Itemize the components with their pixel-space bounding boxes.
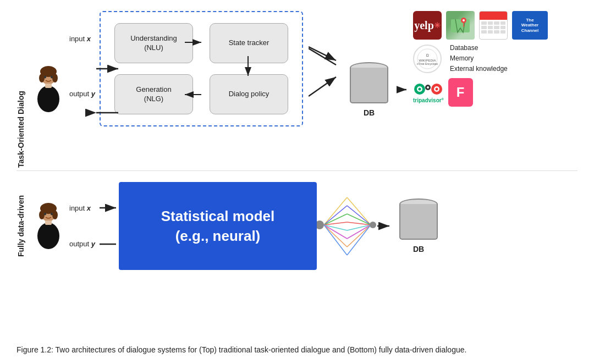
- tripadvisor-logo: [413, 81, 443, 97]
- top-side-label: Task-Oriented Dialog: [16, 11, 25, 168]
- bottom-input-label: input x: [69, 204, 95, 212]
- svg-point-22: [463, 19, 465, 21]
- svg-line-17: [309, 48, 336, 65]
- svg-point-2: [39, 74, 45, 82]
- icons-bottom-row: tripadvisor° F: [413, 78, 548, 107]
- bottom-db: DB: [399, 198, 438, 253]
- svg-point-47: [317, 220, 324, 229]
- bottom-output-label: output y: [69, 240, 95, 248]
- avatar-bottom-icon: [31, 203, 67, 250]
- bottom-side-label: Fully data-driven: [16, 195, 25, 257]
- caption-text: Figure 1.2: Two architectures of dialogu…: [16, 345, 466, 354]
- bottom-db-cylinder: [399, 198, 438, 242]
- svg-point-38: [52, 211, 58, 219]
- svg-point-3: [52, 74, 58, 82]
- db-to-icons-arrow: [397, 11, 408, 168]
- icons-mid-row: Ω WIKIPEDIA The Free Encyclopedia Databa…: [413, 43, 548, 75]
- bottom-section: Fully data-driven input x output y: [16, 174, 578, 278]
- wikipedia-icon: Ω WIKIPEDIA The Free Encyclopedia: [413, 45, 442, 73]
- dialog-policy-module: Dialog policy: [210, 74, 288, 114]
- svg-point-42: [51, 212, 53, 215]
- section-divider: [16, 170, 578, 171]
- top-db-cylinder: [350, 62, 388, 106]
- svg-point-6: [44, 76, 46, 79]
- statistical-model-box: Statistical model (e.g., neural): [119, 182, 317, 270]
- svg-line-62: [347, 225, 371, 247]
- top-section: Task-Oriented Dialog input: [16, 11, 578, 168]
- svg-point-37: [39, 211, 45, 219]
- svg-rect-5: [45, 84, 52, 88]
- db-label-external: External knowledge: [450, 64, 508, 74]
- svg-point-29: [419, 88, 421, 91]
- bottom-avatar-area: [31, 203, 67, 250]
- top-output-label: output y: [69, 90, 95, 98]
- model-label-line1: Statistical model: [161, 206, 275, 226]
- svg-line-53: [324, 225, 347, 239]
- svg-point-32: [436, 88, 438, 91]
- svg-point-34: [427, 86, 429, 89]
- db-labels-text: Database Memory External knowledge: [450, 43, 508, 75]
- svg-line-54: [324, 225, 347, 247]
- svg-line-15: [309, 47, 336, 60]
- bottom-db-arrow-svg: [377, 218, 391, 234]
- svg-rect-20: [451, 19, 470, 32]
- top-avatar-area: [31, 11, 67, 168]
- db-label-memory: Memory: [450, 53, 508, 64]
- bottom-io-labels: input x output y: [69, 190, 95, 262]
- db-right-arrow: [397, 81, 408, 98]
- tripadvisor-icon: tripadvisor°: [413, 81, 444, 103]
- tripadvisor-label: tripadvisor°: [413, 97, 444, 103]
- figure-caption: Figure 1.2: Two architectures of dialogu…: [16, 344, 578, 356]
- svg-rect-40: [45, 220, 52, 225]
- svg-line-48: [324, 197, 347, 225]
- svg-point-41: [44, 212, 46, 215]
- svg-point-7: [51, 76, 53, 79]
- svg-point-64: [370, 222, 376, 228]
- right-icons-area: yelp✳: [413, 11, 548, 168]
- foursquare-icon: F: [448, 78, 473, 107]
- calendar-icon: [479, 11, 508, 40]
- nlg-module: Generation(NLG): [114, 74, 193, 114]
- svg-point-39: [37, 223, 59, 249]
- top-io-labels: input x output y: [69, 11, 95, 121]
- top-input-label: input x: [69, 35, 95, 43]
- neural-wires-svg: [317, 186, 377, 263]
- bottom-left-arrow-svg: [100, 190, 119, 262]
- state-tracker-module: State tracker: [210, 23, 288, 63]
- center-arrow-svg: [309, 11, 342, 126]
- pipeline-box: Understanding(NLU) State tracker Generat…: [100, 11, 303, 126]
- svg-line-16: [309, 77, 336, 96]
- svg-line-61: [347, 225, 371, 239]
- dashed-module-box: Understanding(NLU) State tracker Generat…: [100, 11, 303, 168]
- model-label-line2: (e.g., neural): [175, 226, 261, 246]
- icons-top-row: yelp✳: [413, 11, 548, 40]
- svg-line-56: [347, 197, 371, 225]
- nlu-module: Understanding(NLU): [114, 23, 193, 63]
- weather-channel-icon: TheWeatherChannel: [512, 11, 548, 40]
- center-arrows: [309, 11, 342, 126]
- cylinder-body: [350, 68, 388, 103]
- avatar-top-icon: [31, 66, 67, 113]
- bottom-left-arrows: [100, 190, 119, 262]
- main-container: Task-Oriented Dialog input: [0, 0, 594, 364]
- top-db-label: DB: [364, 108, 375, 117]
- db-label-database: Database: [450, 43, 508, 53]
- svg-text:The Free Encyclopedia: The Free Encyclopedia: [417, 62, 438, 65]
- bottom-db-label: DB: [413, 245, 424, 253]
- neural-wires: [317, 186, 377, 266]
- map-icon: [446, 11, 475, 40]
- top-db: DB: [350, 11, 388, 168]
- yelp-icon: yelp✳: [413, 11, 442, 40]
- bottom-cylinder-body: [399, 204, 438, 240]
- svg-text:Ω: Ω: [426, 53, 428, 57]
- svg-point-4: [37, 86, 59, 112]
